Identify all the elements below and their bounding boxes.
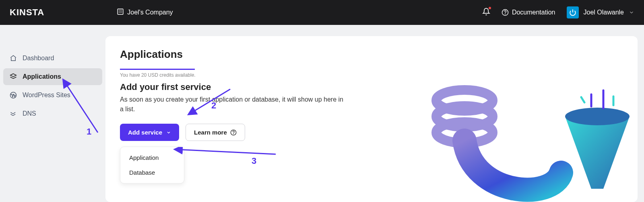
sidebar-item-dns[interactable]: DNS [3, 105, 102, 122]
svg-point-11 [565, 108, 630, 125]
building-icon [117, 8, 124, 17]
sidebar-item-label: Dashboard [23, 55, 54, 62]
power-icon [569, 9, 576, 16]
topbar: KINSTA Joel's Company Documentation Joel… [0, 0, 644, 25]
svg-marker-4 [10, 74, 17, 77]
svg-point-7 [233, 134, 233, 134]
layers-icon [10, 73, 17, 80]
sidebar-item-label: DNS [23, 110, 36, 117]
sidebar-item-label: WordPress Sites [23, 92, 70, 99]
add-service-button[interactable]: Add service [120, 124, 179, 141]
svg-line-15 [581, 97, 584, 102]
wordpress-icon [10, 92, 17, 99]
username: Joel Olawanle [584, 9, 624, 16]
chevron-down-icon [629, 10, 634, 15]
sidebar-item-dashboard[interactable]: Dashboard [3, 50, 102, 67]
help-circle-icon [230, 129, 237, 136]
company-selector[interactable]: Joel's Company [117, 8, 173, 17]
avatar [567, 6, 579, 18]
sidebar: Dashboard Applications WordPress Sites D… [0, 25, 105, 202]
documentation-link[interactable]: Documentation [502, 9, 555, 16]
hero-illustration [412, 68, 638, 202]
accent-divider [120, 69, 195, 70]
company-name: Joel's Company [127, 9, 173, 16]
dns-icon [10, 110, 17, 117]
brand-logo: KINSTA [10, 7, 44, 18]
page-title: Applications [120, 48, 623, 61]
main-card: Applications You have 20 USD credits ava… [105, 36, 638, 202]
dropdown-item-application[interactable]: Application [120, 150, 184, 165]
learn-more-button[interactable]: Learn more [186, 124, 245, 141]
user-menu[interactable]: Joel Olawanle [567, 6, 635, 18]
learn-more-label: Learn more [194, 129, 227, 136]
help-circle-icon [502, 9, 509, 16]
notifications-button[interactable] [482, 8, 490, 17]
notification-dot-icon [489, 7, 491, 9]
home-icon [10, 55, 17, 62]
subtext: As soon as you create your first applica… [120, 95, 345, 114]
add-service-label: Add service [128, 129, 162, 136]
sidebar-item-label: Applications [23, 73, 61, 80]
documentation-label: Documentation [512, 9, 555, 16]
sidebar-item-applications[interactable]: Applications [3, 68, 102, 85]
sidebar-item-wordpress[interactable]: WordPress Sites [3, 87, 102, 104]
chevron-down-icon [166, 130, 171, 135]
dropdown-item-database[interactable]: Database [120, 165, 184, 180]
svg-point-2 [505, 14, 506, 14]
add-service-dropdown: Application Database [120, 147, 184, 184]
